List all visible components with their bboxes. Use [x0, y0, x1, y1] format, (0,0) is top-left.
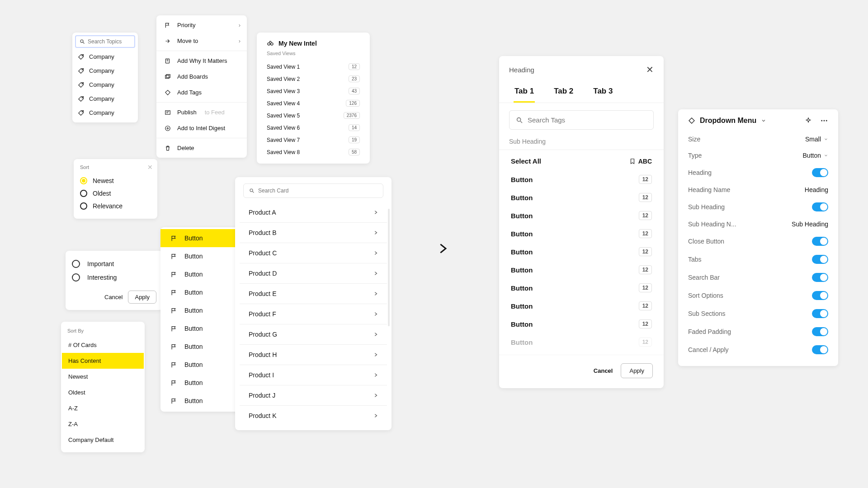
sort-by-item[interactable]: Has Content — [62, 353, 144, 369]
search-card-input[interactable] — [258, 188, 377, 194]
sort-option[interactable]: Oldest — [80, 187, 151, 200]
product-item[interactable]: Product C — [240, 243, 387, 263]
prop-heading-name-value[interactable]: Heading — [805, 186, 828, 193]
product-item[interactable]: Product F — [240, 304, 387, 324]
close-icon[interactable]: ✕ — [147, 164, 153, 171]
sort-abc-button[interactable]: ABC — [629, 158, 652, 165]
search-topics-input-wrap[interactable] — [75, 35, 135, 48]
product-item[interactable]: Product D — [240, 263, 387, 284]
saved-view-item[interactable]: Saved View 7 19 — [257, 134, 370, 146]
sort-by-item[interactable]: Newest — [62, 369, 144, 385]
topic-item[interactable]: Company — [72, 64, 138, 78]
saved-view-item[interactable]: Saved View 5 2376 — [257, 109, 370, 122]
topic-label: Company — [89, 67, 114, 74]
dialog-button-row[interactable]: Button 12 — [499, 188, 664, 206]
add-boards-item[interactable]: Add Boards — [156, 69, 247, 84]
apply-button[interactable]: Apply — [128, 291, 156, 304]
dialog-button-row[interactable]: Button 12 — [499, 261, 664, 279]
intel-subtitle: Saved Views — [257, 51, 370, 61]
product-item[interactable]: Product E — [240, 284, 387, 304]
saved-view-item[interactable]: Saved View 4 126 — [257, 97, 370, 109]
search-tags-wrap[interactable] — [509, 110, 654, 130]
sort-option[interactable]: Relevance — [80, 200, 151, 212]
topic-item[interactable]: Company — [72, 50, 138, 64]
product-item[interactable]: Product H — [240, 345, 387, 365]
prop-subheading-name-value[interactable]: Sub Heading — [792, 221, 828, 228]
dialog-row-label: Button — [511, 320, 533, 328]
product-item[interactable]: Product A — [240, 202, 387, 223]
prop-sort-toggle[interactable] — [812, 291, 828, 300]
prop-faded-toggle[interactable] — [812, 327, 828, 336]
prop-subheading-toggle[interactable] — [812, 202, 828, 211]
saved-view-item[interactable]: Saved View 8 58 — [257, 146, 370, 158]
prop-subsections-toggle[interactable] — [812, 309, 828, 318]
radio-icon — [80, 177, 87, 184]
product-item[interactable]: Product K — [240, 406, 387, 426]
product-item[interactable]: Product J — [240, 385, 387, 406]
prop-size-label: Size — [688, 136, 700, 143]
topic-item[interactable]: Company — [72, 92, 138, 106]
importance-option[interactable]: Important — [72, 257, 156, 271]
prop-heading-toggle[interactable] — [812, 168, 828, 177]
topic-item[interactable]: Company — [72, 78, 138, 92]
sort-by-item[interactable]: A-Z — [62, 400, 144, 416]
prop-search-toggle[interactable] — [812, 273, 828, 282]
publish-item[interactable]: Publish to Feed — [156, 104, 247, 120]
dialog-tab[interactable]: Tab 3 — [592, 81, 613, 103]
chevron-right-icon — [373, 352, 378, 357]
sort-by-item[interactable]: Company Default — [62, 432, 144, 448]
add-digest-item[interactable]: Add to Intel Digest — [156, 120, 247, 136]
select-all-button[interactable]: Select All — [511, 157, 541, 165]
add-why-item[interactable]: Add Why It Matters — [156, 53, 247, 69]
add-digest-label: Add to Intel Digest — [177, 125, 225, 131]
dialog-button-row[interactable]: Button 12 — [499, 225, 664, 243]
saved-view-name: Saved View 2 — [267, 76, 300, 82]
search-tags-input[interactable] — [528, 116, 647, 124]
sort-by-item[interactable]: # Of Cards — [62, 337, 144, 353]
prop-cancelapply-toggle[interactable] — [812, 345, 828, 354]
dialog-button-row[interactable]: Button 12 — [499, 315, 664, 333]
product-item[interactable]: Product B — [240, 223, 387, 243]
sort-panel: ✕ Sort Newest Oldest Relevance — [74, 159, 157, 219]
topic-item[interactable]: Company — [72, 106, 138, 120]
sort-option[interactable]: Newest — [80, 174, 151, 187]
more-icon[interactable] — [820, 117, 828, 125]
product-item[interactable]: Product I — [240, 365, 387, 385]
sort-by-item[interactable]: Oldest — [62, 385, 144, 400]
dialog-button-row[interactable]: Button 12 — [499, 333, 664, 351]
product-item[interactable]: Product G — [240, 324, 387, 345]
prop-tabs-toggle[interactable] — [812, 255, 828, 264]
prop-heading-name-label: Heading Name — [688, 186, 730, 193]
sort-by-item[interactable]: Z-A — [62, 416, 144, 432]
prop-type-select[interactable]: Button — [803, 152, 828, 159]
cancel-button[interactable]: Cancel — [594, 367, 613, 374]
importance-option[interactable]: Interesting — [72, 271, 156, 284]
priority-item[interactable]: Priority › — [156, 17, 247, 33]
move-to-item[interactable]: Move to › — [156, 33, 247, 49]
apply-button[interactable]: Apply — [621, 363, 653, 378]
close-icon[interactable]: ✕ — [646, 64, 654, 75]
dialog-tab[interactable]: Tab 1 — [514, 81, 535, 103]
prop-close-toggle[interactable] — [812, 237, 828, 246]
dialog-button-row[interactable]: Button 12 — [499, 297, 664, 315]
chevron-down-icon[interactable] — [761, 118, 766, 123]
add-tags-item[interactable]: Add Tags — [156, 84, 247, 100]
dialog-button-row[interactable]: Button 12 — [499, 170, 664, 188]
search-card-wrap[interactable] — [243, 183, 383, 198]
sparkle-icon[interactable] — [805, 117, 812, 124]
saved-view-item[interactable]: Saved View 6 14 — [257, 122, 370, 134]
saved-view-item[interactable]: Saved View 2 23 — [257, 73, 370, 85]
saved-view-item[interactable]: Saved View 1 12 — [257, 61, 370, 73]
saved-view-item[interactable]: Saved View 3 43 — [257, 85, 370, 97]
search-topics-input[interactable] — [88, 38, 131, 45]
cancel-button[interactable]: Cancel — [104, 294, 123, 300]
saved-view-name: Saved View 3 — [267, 88, 300, 94]
dialog-button-row[interactable]: Button 12 — [499, 243, 664, 261]
scrollbar[interactable] — [388, 209, 390, 326]
dialog-button-row[interactable]: Button 12 — [499, 206, 664, 225]
dialog-tab[interactable]: Tab 2 — [553, 81, 574, 103]
prop-size-select[interactable]: Small — [805, 136, 828, 143]
delete-item[interactable]: Delete — [156, 140, 247, 156]
saved-view-count: 43 — [349, 88, 360, 94]
dialog-button-row[interactable]: Button 12 — [499, 279, 664, 297]
